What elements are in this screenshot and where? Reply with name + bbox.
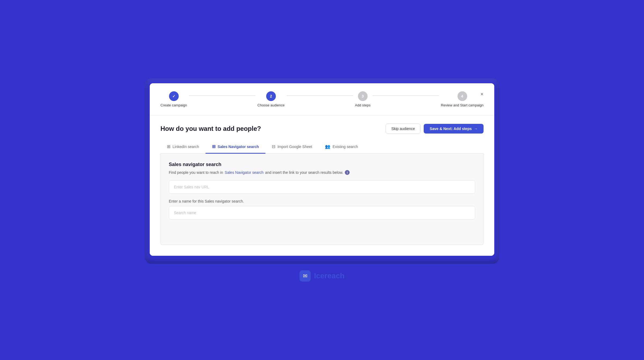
sales-navigator-link[interactable]: Sales Navigator search (225, 170, 264, 175)
linkedin-icon: ⊞ (167, 144, 170, 149)
tab-existing-search[interactable]: 👥 Existing search (319, 140, 364, 154)
step-1-circle: ✓ (169, 91, 179, 101)
icereach-logo-icon: ✉ (299, 270, 311, 282)
connector-1-2 (189, 95, 255, 96)
outer-container: ✓ Create campaign 2 Choose audience 3 Ad… (145, 78, 499, 264)
step-1: ✓ Create campaign (160, 91, 187, 107)
step-2-circle: 2 (266, 91, 276, 101)
content-area: Sales navigator search Find people you w… (160, 154, 484, 245)
google-sheet-icon: ⊟ (272, 144, 275, 149)
step-1-label: Create campaign (160, 103, 187, 107)
sales-nav-url-input[interactable] (169, 180, 475, 194)
modal-header: ✓ Create campaign 2 Choose audience 3 Ad… (150, 83, 494, 116)
icereach-footer: ✉ Icereach (299, 270, 345, 282)
save-next-button[interactable]: Save & Next: Add steps → (424, 124, 484, 134)
tab-google-sheet[interactable]: ⊟ Import Google Sheet (265, 140, 319, 154)
skip-audience-button[interactable]: Skip audience (386, 124, 420, 134)
info-icon[interactable]: i (345, 170, 350, 175)
page-title: How do you want to add people? (160, 125, 261, 132)
modal-body: How do you want to add people? Skip audi… (150, 116, 494, 256)
envelope-icon: ✉ (303, 273, 308, 279)
tab-sales-navigator[interactable]: ⊞ Sales Navigator search (206, 140, 265, 154)
icereach-logo-text: Icereach (314, 272, 345, 280)
step-2: 2 Choose audience (257, 91, 284, 107)
stepper: ✓ Create campaign 2 Choose audience 3 Ad… (160, 91, 484, 107)
step-2-label: Choose audience (257, 103, 284, 107)
step-3: 3 Add steps (355, 91, 371, 107)
audience-header: How do you want to add people? Skip audi… (160, 124, 484, 134)
arrow-right-icon: → (474, 127, 478, 131)
connector-3-4 (373, 95, 439, 96)
step-3-label: Add steps (355, 103, 371, 107)
existing-search-icon: 👥 (325, 144, 330, 149)
header-buttons: Skip audience Save & Next: Add steps → (386, 124, 484, 134)
sales-nav-icon: ⊞ (212, 144, 215, 149)
modal-wrapper: ✓ Create campaign 2 Choose audience 3 Ad… (150, 83, 494, 256)
section-description: Find people you want to reach in Sales N… (169, 170, 475, 175)
tab-linkedin[interactable]: ⊞ LinkedIn search (160, 140, 206, 154)
step-4-label: Review and Start campaign (441, 103, 484, 107)
step-3-circle: 3 (358, 91, 368, 101)
step-4: 4 Review and Start campaign (441, 91, 484, 107)
name-input-label: Enter a name for this Sales navigator se… (169, 199, 475, 203)
step-4-circle: 4 (458, 91, 467, 101)
section-title: Sales navigator search (169, 162, 475, 167)
connector-2-3 (287, 95, 353, 96)
tabs-container: ⊞ LinkedIn search ⊞ Sales Navigator sear… (160, 140, 484, 154)
search-name-input[interactable] (169, 206, 475, 219)
